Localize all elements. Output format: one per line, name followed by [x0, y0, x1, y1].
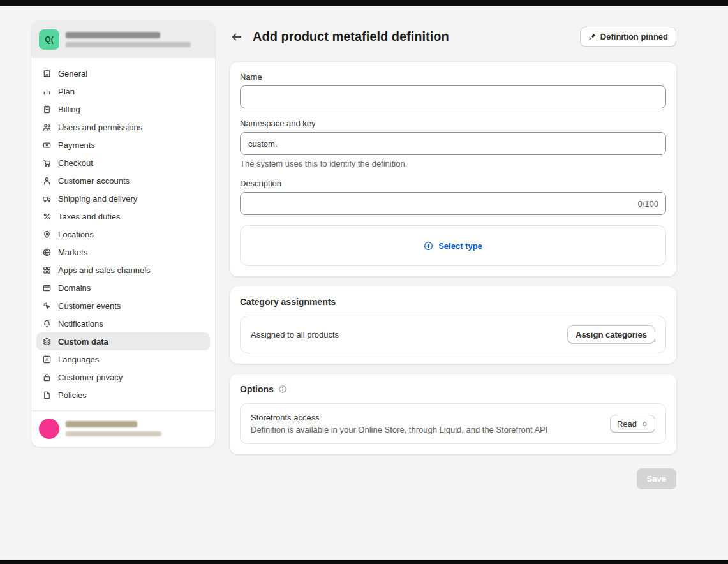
cursor-click-icon — [41, 301, 52, 311]
sidebar-item-checkout[interactable]: Checkout — [36, 154, 210, 172]
arrow-left-icon — [231, 31, 242, 43]
namespace-help-text: The system uses this to identify the def… — [240, 159, 666, 168]
sidebar-item-label: Payments — [58, 140, 95, 150]
sidebar-item-label: Policies — [58, 390, 87, 400]
sidebar-item-locations[interactable]: Locations — [36, 225, 210, 243]
sidebar-item-notifications[interactable]: Notifications — [36, 315, 210, 332]
sidebar-item-label: Domains — [58, 283, 91, 293]
bell-icon — [41, 318, 52, 329]
pin-icon — [588, 33, 597, 41]
store-meta — [66, 32, 191, 47]
apps-grid-icon — [41, 265, 52, 275]
namespace-label: Namespace and key — [240, 119, 666, 128]
main-content: Add product metafield definition Definit… — [230, 21, 676, 489]
user-meta — [66, 421, 161, 436]
truck-icon — [41, 193, 52, 204]
sidebar-item-markets[interactable]: Markets — [36, 243, 210, 261]
select-type-label: Select type — [438, 241, 482, 251]
cart-icon — [41, 158, 52, 168]
sidebar-item-label: Locations — [58, 230, 94, 239]
store-domain-redacted — [66, 42, 191, 47]
sidebar-item-label: Users and permissions — [58, 122, 142, 132]
sidebar-item-label: Shipping and delivery — [58, 194, 137, 204]
definition-form-card: Name Namespace and key The system uses t… — [230, 62, 676, 276]
name-input[interactable] — [240, 85, 666, 108]
sidebar-item-languages[interactable]: A Languages — [36, 350, 210, 368]
browser-bottom-bar — [0, 560, 728, 564]
save-button[interactable]: Save — [637, 468, 676, 489]
description-char-counter: 0/100 — [637, 199, 658, 209]
info-icon[interactable] — [278, 385, 287, 394]
users-icon — [41, 122, 52, 132]
storefronts-access-text: Storefronts access Definition is availab… — [251, 413, 547, 434]
storefront-access-value: Read — [617, 419, 637, 429]
assign-categories-button[interactable]: Assign categories — [567, 325, 655, 344]
options-card: Options Storefronts access Definition is… — [230, 374, 676, 454]
store-name-redacted — [66, 32, 160, 38]
storefronts-access-description: Definition is available in your Online S… — [251, 425, 547, 434]
sidebar-item-label: General — [58, 69, 87, 78]
save-row: Save — [230, 468, 676, 489]
user-footer[interactable] — [31, 410, 215, 447]
sidebar-item-custom-data[interactable]: Custom data — [36, 332, 210, 350]
sidebar-item-label: Plan — [58, 87, 75, 96]
storefronts-access-label: Storefronts access — [251, 413, 547, 422]
language-icon: A — [41, 354, 52, 364]
store-header[interactable]: Q( — [31, 21, 215, 58]
sidebar-item-general[interactable]: General — [36, 64, 210, 82]
name-label: Name — [240, 72, 666, 82]
sidebar-item-taxes-and-duties[interactable]: Taxes and duties — [36, 207, 210, 225]
page-title: Add product metafield definition — [253, 29, 449, 44]
sidebar-item-payments[interactable]: Payments — [36, 136, 210, 154]
settings-nav: General Plan Billing Users and permissio… — [31, 58, 215, 410]
store-icon — [41, 68, 52, 78]
browser-window-icon — [41, 283, 52, 293]
sidebar-item-customer-events[interactable]: Customer events — [36, 297, 210, 315]
back-button[interactable] — [230, 30, 244, 44]
options-header: Options — [240, 384, 666, 394]
settings-layout: Q( General Plan Billing Users and permis — [0, 0, 728, 489]
description-input[interactable] — [240, 192, 666, 215]
sidebar-item-label: Notifications — [58, 319, 103, 329]
browser-top-bar — [0, 0, 728, 6]
definition-pinned-button[interactable]: Definition pinned — [580, 27, 676, 47]
sidebar-item-label: Customer accounts — [58, 176, 130, 186]
sidebar-item-customer-accounts[interactable]: Customer accounts — [36, 172, 210, 189]
sidebar-item-label: Billing — [58, 105, 80, 114]
person-icon — [41, 175, 52, 186]
sidebar-item-customer-privacy[interactable]: Customer privacy — [36, 368, 210, 386]
percent-icon — [41, 211, 52, 221]
sidebar-item-label: Taxes and duties — [58, 212, 121, 221]
definition-pinned-label: Definition pinned — [600, 32, 668, 41]
sidebar-item-plan[interactable]: Plan — [36, 82, 210, 100]
select-type-button[interactable]: Select type — [240, 225, 666, 266]
sidebar-item-domains[interactable]: Domains — [36, 279, 210, 297]
options-title: Options — [240, 384, 274, 394]
document-icon — [41, 390, 52, 400]
sidebar-item-apps-and-sales-channels[interactable]: Apps and sales channels — [36, 261, 210, 279]
sidebar-item-billing[interactable]: Billing — [36, 100, 210, 118]
namespace-input[interactable] — [240, 132, 666, 155]
store-avatar: Q( — [39, 29, 59, 50]
sidebar-item-label: Languages — [58, 355, 99, 364]
sidebar-item-label: Checkout — [58, 158, 93, 168]
receipt-icon — [41, 104, 52, 114]
category-assignments-title: Category assignments — [240, 297, 666, 307]
storefront-access-select[interactable]: Read — [610, 415, 655, 433]
assigned-to-text: Assigned to all products — [251, 330, 339, 339]
sidebar-item-label: Markets — [58, 248, 87, 257]
category-assignments-box: Assigned to all products Assign categori… — [240, 316, 666, 353]
cash-icon — [41, 140, 52, 150]
map-pin-icon — [41, 229, 52, 239]
sidebar-item-users-and-permissions[interactable]: Users and permissions — [36, 118, 210, 136]
sidebar-item-label: Apps and sales channels — [58, 265, 151, 275]
bar-chart-icon — [41, 86, 52, 96]
page-header: Add product metafield definition Definit… — [230, 27, 676, 47]
sidebar-item-label: Customer privacy — [58, 373, 123, 382]
layers-icon — [41, 336, 52, 346]
sidebar-item-shipping-and-delivery[interactable]: Shipping and delivery — [36, 189, 210, 207]
description-label: Description — [240, 179, 666, 188]
user-avatar — [39, 419, 59, 439]
select-chevrons-icon — [641, 420, 648, 427]
sidebar-item-policies[interactable]: Policies — [36, 386, 210, 404]
